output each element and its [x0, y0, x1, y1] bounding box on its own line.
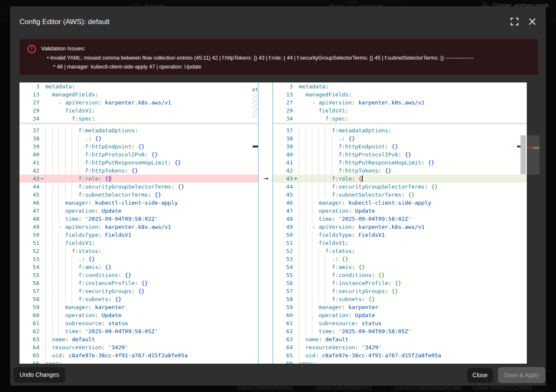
code-token: apiVersion	[65, 99, 98, 106]
original-code-area[interactable]: 37 f:metadataOptions:38 .: {}39 f:httpEn…	[19, 123, 258, 364]
code-line[interactable]: 44 f:securityGroupSelectorTerms: {}	[273, 183, 527, 191]
code-line[interactable]: 51 fieldsV1:	[19, 239, 258, 247]
code-line[interactable]: 66spec:	[273, 359, 527, 364]
code-line[interactable]: 48 time: '2025-09-04T09:58:02Z'	[19, 215, 258, 223]
code-line[interactable]: 47 operation: Update	[273, 207, 527, 215]
code-line[interactable]: 46 manager: kubectl-client-side-apply	[273, 199, 527, 207]
code-token: :	[148, 192, 155, 198]
code-line[interactable]: 40 f:httpProtocolIPv6: {}	[273, 151, 527, 159]
code-line[interactable]: 65 uid: c8afe97e-38cc-4f91-a767-d15f2a8f…	[273, 351, 527, 359]
code-line[interactable]: 59 manager: karpenter	[19, 303, 258, 311]
line-number: 48	[273, 215, 293, 223]
code-line[interactable]: 42 f:httpTokens: {}	[19, 167, 258, 175]
fullscreen-button[interactable]	[509, 16, 520, 27]
code-line[interactable]: 63 name: default	[273, 335, 527, 343]
code-line[interactable]: 46 manager: kubectl-client-side-apply	[19, 199, 258, 207]
code-line[interactable]: 47 operation: Update	[19, 207, 258, 215]
code-line[interactable]: 48 time: '2025-09-04T09:58:02Z'	[273, 215, 527, 223]
line-number: 37	[19, 126, 39, 134]
modified-code-area[interactable]: 37 f:metadataOptions:38 .: {}39 f:httpEn…	[273, 123, 527, 364]
code-line[interactable]: 42 f:httpTokens: {}	[273, 167, 527, 175]
code-line[interactable]: 43+ f:role: {	[273, 175, 527, 183]
code-line[interactable]: 63 name: default	[19, 335, 258, 343]
code-line[interactable]: 51 fieldsV1:	[273, 239, 527, 247]
code-token: :	[102, 320, 108, 326]
revert-arrow-icon[interactable]: →	[261, 175, 270, 183]
indent-guides	[299, 231, 319, 239]
code-line[interactable]: 59 manager: karpenter	[273, 303, 527, 311]
code-line[interactable]: 43− f:role: {}	[19, 175, 258, 183]
code-line[interactable]: 66spec:	[19, 359, 258, 364]
line-number: 56	[19, 279, 39, 287]
code-line[interactable]: 58 f:subnets: {}	[19, 295, 258, 303]
sticky-line: 3metadata:	[273, 82, 527, 90]
indent-guides	[45, 255, 78, 263]
indent-guides	[299, 199, 319, 207]
code-line[interactable]: 60 operation: Update	[19, 311, 258, 319]
code-line[interactable]: 45 f:subnetSelectorTerms: {}	[19, 191, 258, 199]
code-line[interactable]: 37 f:metadataOptions:	[273, 126, 527, 134]
code-line[interactable]: 41 f:httpPutResponseHopLimit: {}	[19, 159, 258, 167]
line-number: 55	[273, 271, 293, 279]
code-line[interactable]: 54 f:amis: {}	[19, 263, 258, 271]
code-line[interactable]: 55 f:conditions: {}	[273, 271, 527, 279]
save-apply-button-disabled[interactable]: Save & Apply	[498, 367, 545, 383]
code-line[interactable]: 50 fieldsType: FieldsV1	[273, 231, 527, 239]
diff-marker	[39, 247, 45, 255]
code-line[interactable]: 53 .: {}	[19, 255, 258, 263]
sticky-scroll-header: 3metadata:13 managedFields:27 - apiVersi…	[273, 82, 527, 123]
code-text: f:httpEndpoint: {}	[299, 143, 527, 151]
code-line[interactable]: 49 - apiVersion: karpenter.k8s.aws/v1	[273, 223, 527, 231]
diff-original-pane[interactable]: 3metadata:13 managedFields:27 - apiVersi…	[19, 82, 258, 364]
code-line[interactable]: 60 operation: Update	[273, 311, 527, 319]
code-line[interactable]: 57 f:securityGroups: {}	[19, 287, 258, 295]
code-token: :	[125, 167, 132, 174]
code-line[interactable]: 37 f:metadataOptions:	[19, 126, 258, 134]
code-token: .	[332, 256, 335, 262]
code-line[interactable]: 54 f:amis: {}	[273, 263, 527, 271]
undo-changes-button[interactable]: Undo Changes	[14, 367, 65, 383]
code-line[interactable]: 52 f:status:	[273, 247, 527, 255]
sticky-line: 13 managedFields:	[19, 90, 258, 99]
line-number: 61	[19, 319, 39, 327]
code-line[interactable]: 41 f:httpPutResponseHopLimit: {}	[273, 159, 527, 167]
code-line[interactable]: 58 f:subnets: {}	[273, 295, 527, 303]
close-modal-button[interactable]	[526, 16, 538, 27]
code-line[interactable]: 62 time: '2025-09-04T09:58:05Z'	[19, 327, 258, 335]
code-line[interactable]: 64 resourceVersion: '3429'	[273, 343, 527, 351]
code-token: f:conditions	[78, 272, 118, 278]
code-line[interactable]: 56 f:instanceProfile: {}	[19, 279, 258, 287]
diff-splitter-sash[interactable]	[258, 82, 273, 364]
code-line[interactable]: 62 time: '2025-09-04T09:58:05Z'	[273, 327, 527, 335]
code-line[interactable]: 38 .: {}	[19, 134, 258, 143]
code-line[interactable]: 55 f:conditions: {}	[19, 271, 258, 279]
code-line[interactable]: 45 f:subnetSelectorTerms: {}	[273, 191, 527, 199]
line-number: 38	[19, 134, 39, 143]
diff-modified-pane[interactable]: 3metadata:13 managedFields:27 - apiVersi…	[273, 82, 527, 364]
code-line[interactable]: 50 fieldsType: FieldsV1	[19, 231, 258, 239]
code-line[interactable]: 61 subresource: status	[273, 319, 527, 327]
code-token: :	[102, 344, 108, 351]
code-line[interactable]: 65 uid: c8afe97e-38cc-4f91-a767-d15f2a8f…	[19, 351, 258, 359]
code-token: :	[348, 312, 355, 318]
code-line[interactable]: 61 subresource: status	[19, 319, 258, 327]
code-token: f:httpPutResponseHopLimit	[85, 159, 168, 166]
close-button[interactable]: Close	[467, 368, 493, 383]
code-line[interactable]: 56 f:instanceProfile: {}	[273, 279, 527, 287]
code-line[interactable]: 49 - apiVersion: karpenter.k8s.aws/v1	[19, 223, 258, 231]
diff-marker	[293, 223, 299, 231]
code-line[interactable]: 64 resourceVersion: '3429'	[19, 343, 258, 351]
diff-overview-ruler[interactable]	[527, 135, 539, 175]
vertical-scrollbar-thumb[interactable]	[520, 135, 526, 174]
line-number: 42	[19, 167, 39, 175]
line-number: 62	[19, 327, 39, 335]
code-line[interactable]: 39 f:httpEndpoint: {}	[273, 143, 527, 151]
code-line[interactable]: 53 .: {}	[273, 255, 527, 263]
code-token: :	[319, 336, 325, 343]
code-line[interactable]: 40 f:httpProtocolIPv6: {}	[19, 151, 258, 159]
code-line[interactable]: 44 f:securityGroupSelectorTerms: {}	[19, 183, 258, 191]
code-line[interactable]: 52 f:status:	[19, 247, 258, 255]
code-line[interactable]: 39 f:httpEndpoint: {}	[19, 143, 258, 151]
code-line[interactable]: 57 f:securityGroups: {}	[273, 287, 527, 295]
code-line[interactable]: 38 .: {}	[273, 134, 527, 143]
